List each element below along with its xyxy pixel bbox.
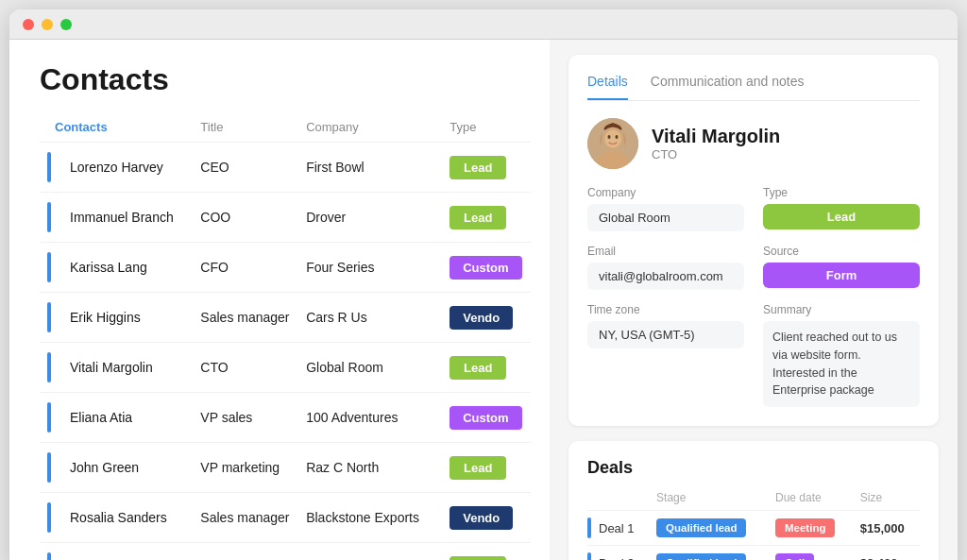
- maximize-button[interactable]: [60, 19, 72, 30]
- contact-company: First Bowl: [298, 143, 442, 193]
- tabs-row: Details Communication and notes: [587, 74, 920, 101]
- contacts-panel: Contacts Contacts Title Company Type Lor…: [9, 40, 550, 560]
- type-badge: Vendo: [450, 506, 513, 530]
- fields-grid: Company Global Room Type Lead Email vita…: [587, 186, 920, 407]
- company-label: Company: [587, 186, 744, 199]
- tab-communication[interactable]: Communication and notes: [651, 74, 805, 100]
- contact-name: Immanuel Branch: [70, 210, 174, 225]
- deal-name-cell: Deal 2: [587, 546, 649, 561]
- deal-name: Deal 1: [599, 521, 635, 535]
- contact-title: CFO: [193, 243, 298, 293]
- deal-size: $8,400: [853, 546, 920, 561]
- type-badge: Lead: [450, 556, 506, 561]
- main-content: Contacts Contacts Title Company Type Lor…: [9, 40, 958, 560]
- type-badge: Custom: [450, 256, 521, 280]
- type-label: Type: [763, 186, 920, 199]
- contact-title: COO: [193, 193, 298, 243]
- type-field: Type Lead: [763, 186, 920, 231]
- table-row[interactable]: Lorenzo Harvey CEO First Bowl Lead: [40, 143, 531, 193]
- table-row[interactable]: Deal 2 Qualified lead Call $8,400: [587, 546, 920, 561]
- row-bar: [47, 502, 51, 533]
- contact-company: Global Room: [298, 343, 442, 393]
- tab-details[interactable]: Details: [587, 74, 628, 100]
- col-deal-name: [587, 491, 649, 511]
- contact-title: COO: [193, 543, 298, 561]
- avatar: [587, 118, 638, 169]
- svg-point-6: [616, 135, 619, 139]
- table-row[interactable]: Erik Higgins Sales manager Cars R Us Ven…: [40, 293, 531, 343]
- row-bar: [47, 152, 51, 182]
- row-bar: [47, 352, 51, 382]
- table-row[interactable]: John Green VP marketing Raz C North Lead: [40, 443, 531, 493]
- deal-name-cell: Deal 1: [587, 511, 649, 546]
- contact-role: CTO: [652, 147, 780, 161]
- contact-name: John Green: [70, 460, 139, 475]
- type-badge: Lead: [763, 204, 920, 229]
- contact-title: CTO: [193, 343, 298, 393]
- deal-stage-badge: Qualified lead: [656, 518, 746, 537]
- contact-name: Vitali Margolin: [70, 360, 153, 375]
- deal-size: $15,000: [853, 511, 920, 546]
- contact-company: Drover: [298, 193, 442, 243]
- svg-point-5: [608, 135, 611, 139]
- table-row[interactable]: Vitali Margolin CTO Global Room Lead: [40, 343, 531, 393]
- email-label: Email: [587, 245, 744, 258]
- contact-type: Vendo: [442, 493, 531, 543]
- contact-name: Karissa Lang: [70, 260, 147, 275]
- contact-name-cell: Eliana Atia: [40, 393, 193, 443]
- email-field: Email vitali@globalroom.com: [587, 245, 744, 290]
- col-deal-stage: Stage: [649, 491, 768, 511]
- deal-name: Deal 2: [599, 556, 635, 561]
- table-row[interactable]: Deal 1 Qualified lead Meeting $15,000: [587, 511, 920, 546]
- row-bar: [47, 452, 51, 483]
- type-badge: Lead: [450, 456, 506, 480]
- col-type: Type: [442, 116, 531, 143]
- deal-due-badge: Meeting: [775, 518, 835, 537]
- row-bar: [47, 552, 51, 560]
- email-value: vitali@globalroom.com: [587, 263, 744, 290]
- company-value: Global Room: [587, 204, 744, 231]
- summary-label: Summary: [763, 303, 920, 316]
- contact-info: Vitali Margolin CTO: [652, 126, 780, 161]
- titlebar: [9, 9, 958, 40]
- contact-name-cell: Vitali Margolin: [40, 343, 193, 393]
- timezone-value: NY, USA (GMT-5): [587, 321, 744, 348]
- type-badge: Lead: [450, 206, 506, 229]
- contact-type: Lead: [442, 193, 531, 243]
- deals-table: Stage Due date Size Deal 1 Qualified lea…: [587, 491, 920, 560]
- contact-name-cell: Karissa Lang: [40, 243, 193, 293]
- contact-name: Vitali Margolin: [652, 126, 780, 147]
- close-button[interactable]: [23, 19, 34, 30]
- contact-name: Rosalia Sanders: [70, 510, 167, 525]
- summary-value: Client reached out to us via website for…: [763, 321, 920, 407]
- contact-title: CEO: [193, 143, 298, 193]
- table-row[interactable]: Kaitlyn Perry COO Evolve Marketing Inc. …: [40, 543, 531, 561]
- deal-stage: Qualified lead: [649, 546, 768, 561]
- row-bar: [47, 302, 51, 332]
- table-row[interactable]: Rosalia Sanders Sales manager Blackstone…: [40, 493, 531, 543]
- minimize-button[interactable]: [42, 19, 53, 30]
- contact-company: Raz C North: [298, 443, 442, 493]
- contact-title: VP marketing: [193, 443, 298, 493]
- type-badge: Lead: [450, 356, 506, 380]
- table-row[interactable]: Karissa Lang CFO Four Series Custom: [40, 243, 531, 293]
- row-bar: [47, 252, 51, 282]
- contact-name-cell: Lorenzo Harvey: [40, 143, 193, 193]
- type-badge: Lead: [450, 156, 506, 179]
- detail-card: Details Communication and notes: [568, 55, 939, 426]
- table-row[interactable]: Eliana Atia VP sales 100 Adventures Cust…: [40, 393, 531, 443]
- contact-title: Sales manager: [193, 293, 298, 343]
- page-title: Contacts: [40, 62, 531, 97]
- right-panel: Details Communication and notes: [550, 40, 958, 560]
- contact-header: Vitali Margolin CTO: [587, 118, 920, 169]
- deal-due: Call: [768, 546, 853, 561]
- contact-company: Blackstone Exports: [298, 493, 442, 543]
- deals-card: Deals Stage Due date Size Deal 1: [568, 441, 939, 560]
- deals-title: Deals: [587, 458, 920, 478]
- deal-due: Meeting: [768, 511, 853, 546]
- contact-type: Lead: [442, 543, 531, 561]
- contact-name-cell: Rosalia Sanders: [40, 493, 193, 543]
- table-row[interactable]: Immanuel Branch COO Drover Lead: [40, 193, 531, 243]
- contact-title: Sales manager: [193, 493, 298, 543]
- deal-due-badge: Call: [775, 553, 814, 560]
